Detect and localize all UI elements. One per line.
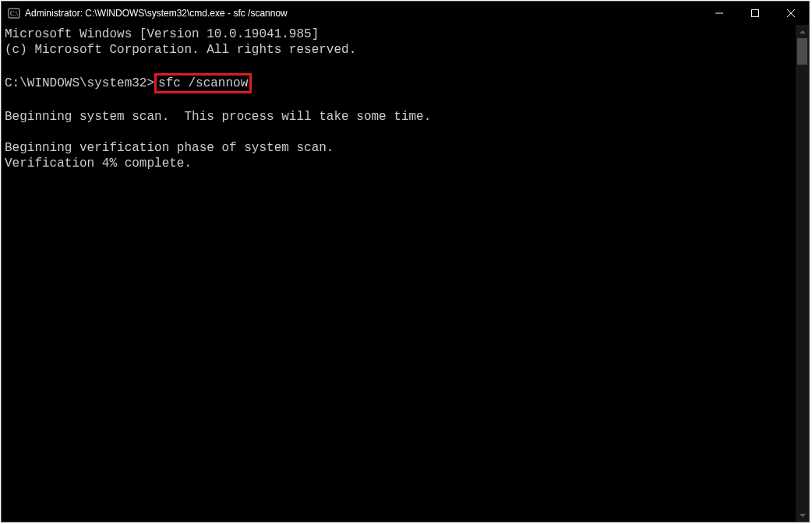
output-blank <box>5 93 796 109</box>
svg-marker-7 <box>800 514 806 517</box>
window-controls <box>701 2 809 25</box>
cmd-window: C:\ Administrator: C:\WINDOWS\system32\c… <box>1 1 810 522</box>
maximize-button[interactable] <box>737 2 773 25</box>
output-line: Beginning verification phase of system s… <box>5 140 796 156</box>
output-line: (c) Microsoft Corporation. All rights re… <box>5 42 796 58</box>
output-line: Microsoft Windows [Version 10.0.19041.98… <box>5 26 796 42</box>
titlebar[interactable]: C:\ Administrator: C:\WINDOWS\system32\c… <box>2 2 809 25</box>
command-highlight: sfc /scannow <box>154 73 252 93</box>
output-blank <box>5 125 796 140</box>
window-title: Administrator: C:\WINDOWS\system32\cmd.e… <box>25 8 701 19</box>
cmd-icon: C:\ <box>8 7 20 19</box>
svg-marker-6 <box>800 30 806 33</box>
terminal-output[interactable]: Microsoft Windows [Version 10.0.19041.98… <box>2 25 796 522</box>
scroll-up-arrow[interactable] <box>796 25 809 38</box>
svg-rect-3 <box>752 10 759 17</box>
minimize-button[interactable] <box>701 2 737 25</box>
scroll-down-arrow[interactable] <box>796 508 809 522</box>
prompt-line: C:\WINDOWS\system32>sfc /scannow <box>5 73 796 93</box>
content-area: Microsoft Windows [Version 10.0.19041.98… <box>2 25 809 522</box>
output-blank <box>5 58 796 73</box>
output-line: Beginning system scan. This process will… <box>5 109 796 125</box>
scroll-thumb[interactable] <box>797 38 807 65</box>
command-text: sfc /scannow <box>158 76 248 90</box>
output-line: Verification 4% complete. <box>5 156 796 171</box>
vertical-scrollbar[interactable] <box>796 25 809 522</box>
close-button[interactable] <box>773 2 809 25</box>
svg-text:C:\: C:\ <box>10 10 19 17</box>
prompt-text: C:\WINDOWS\system32> <box>5 76 154 90</box>
scroll-track[interactable] <box>796 38 809 508</box>
